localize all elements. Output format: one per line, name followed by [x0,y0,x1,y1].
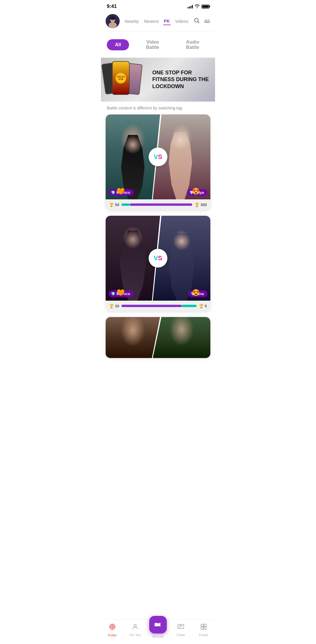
promotional-banner[interactable]: GOLD'SGYM ONE STOP FOR FITNESS DURING TH… [101,58,215,102]
status-icons [188,4,209,9]
search-icon[interactable] [193,17,200,25]
banner-text: ONE STOP FOR FITNESS DURING THE LOCKDOWN [152,66,215,93]
left-score: 🏆 20 [109,304,119,308]
filter-all-button[interactable]: All [107,39,129,50]
left-progress [121,203,130,206]
progress-track [121,305,196,307]
left-emoji: 😍 [192,289,200,297]
progress-track [121,203,192,206]
tag-hint: Battle content is different by switching… [101,102,215,114]
user-avatar[interactable] [106,14,120,28]
battle-images: VS 💎 Moroco 💎 Aliya 😍 🧡 [106,114,210,199]
wifi-icon [195,4,200,9]
right-progress [130,203,192,206]
vs-icon: VS [149,148,167,166]
left-emoji: 😍 [192,188,200,195]
banner-headline: ONE STOP FOR FITNESS DURING THE LOCKDOWN [152,69,212,90]
score-bar: 🏆 50 🏆 350 [106,199,210,210]
tab-newest[interactable]: Newest [143,18,159,25]
score-bar: 🏆 20 🏆 5 [106,301,210,311]
right-emoji: 🧡 [117,188,125,195]
battle-images [106,317,210,358]
battle-images: VS 💎 Moroco 💎 Tina 😍 🧡 [106,216,210,301]
right-emoji: 🧡 [117,289,125,297]
svg-point-2 [109,22,117,28]
signal-icon [188,4,193,8]
banner-phones: GOLD'SGYM [101,58,152,102]
battle-right-photo [153,317,210,358]
battle-left-photo [106,317,160,358]
tab-videos[interactable]: Videos [174,18,189,25]
battle-card[interactable]: VS 💎 Moroco 💎 Tina 😍 🧡 🏆 20 🏆 5 [106,216,210,311]
battle-card[interactable]: VS 💎 Moroco 💎 Aliya 😍 🧡 🏆 50 [106,114,210,210]
crown-icon[interactable] [204,17,210,25]
status-bar: 9:41 [101,0,215,12]
header: Nearby Newest PK Videos [101,12,215,32]
left-score: 🏆 50 [109,203,119,207]
tab-pk[interactable]: PK [163,17,171,25]
vs-icon: VS [149,249,167,268]
filter-video-battle-button[interactable]: Video Battle [136,37,169,53]
nav-tabs: Nearby Newest PK Videos [122,17,191,25]
battle-card[interactable] [106,317,210,358]
battery-icon [202,5,209,8]
filter-audio-battle-button[interactable]: Audio Battle [176,37,209,53]
tab-nearby[interactable]: Nearby [124,18,139,25]
status-time: 9:41 [107,4,117,9]
svg-point-3 [110,16,116,20]
right-score: 🏆 5 [199,304,207,308]
left-progress [121,305,181,307]
filter-bar: All Video Battle Audio Battle [101,32,215,58]
right-score: 🏆 350 [195,203,207,207]
right-progress [182,305,197,307]
header-icons [193,17,210,25]
